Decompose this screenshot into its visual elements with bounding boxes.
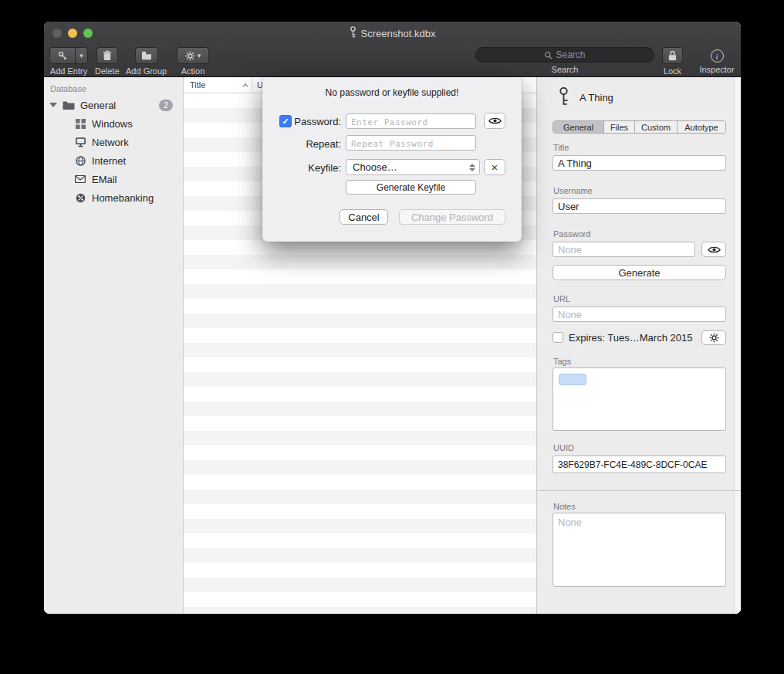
sidebar-item-homebanking[interactable]: Homebanking <box>44 188 183 207</box>
search-group: Search Search <box>475 47 654 74</box>
lock-label: Lock <box>664 66 681 76</box>
generate-password-button[interactable]: Generate <box>553 265 726 280</box>
column-title-label: Title <box>190 80 205 90</box>
window-title: Screenshot.kdbx <box>361 28 436 39</box>
sidebar-item-label: EMail <box>92 174 117 185</box>
tags-field[interactable] <box>553 367 726 431</box>
inspector-toggle-group: i Inspector <box>695 47 738 74</box>
search-icon <box>544 51 553 59</box>
expires-label: Expires: Tues…March 2015 <box>569 332 692 344</box>
sidebar-section-header: Database <box>50 84 183 93</box>
tags-label: Tags <box>553 357 571 366</box>
search-input[interactable]: Search <box>475 47 654 63</box>
sidebar-item-internet[interactable]: Internet <box>44 151 183 170</box>
titlebar: Screenshot.kdbx <box>44 22 741 45</box>
notes-label: Notes <box>553 502 576 511</box>
keyfile-popup[interactable]: Choose… <box>346 159 480 175</box>
zoom-button[interactable] <box>83 29 93 38</box>
disclosure-triangle-icon[interactable] <box>49 103 57 107</box>
sheet-message: No password or keyfile supplied! <box>262 87 522 98</box>
add-entry-label: Add Entry <box>50 66 87 76</box>
action-group: ▾ Action <box>177 47 209 76</box>
tab-general[interactable]: General <box>553 121 604 133</box>
tag-chip[interactable] <box>559 374 586 385</box>
sidebar: Database General 2 Windows Network <box>44 77 184 614</box>
network-icon <box>74 137 86 147</box>
inspector-label: Inspector <box>699 65 734 74</box>
uuid-field[interactable] <box>553 456 726 473</box>
column-header-username[interactable]: U <box>252 80 263 90</box>
sheet-repeat-label: Repeat: <box>293 138 341 150</box>
minimize-button[interactable] <box>68 29 77 38</box>
divider <box>537 490 741 491</box>
action-label: Action <box>181 66 205 76</box>
generate-keyfile-button[interactable]: Generate Keyfile <box>346 180 476 195</box>
url-field[interactable] <box>553 307 726 322</box>
delete-button[interactable] <box>96 47 118 64</box>
entry-title: A Thing <box>580 92 613 103</box>
sheet-repeat-input[interactable] <box>346 135 476 151</box>
add-entry-key-icon <box>50 48 76 63</box>
username-field-label: Username <box>553 186 593 195</box>
sidebar-item-label: Windows <box>92 118 133 130</box>
gear-icon <box>709 333 719 343</box>
traffic-lights <box>52 29 93 38</box>
inspector-scrollbar[interactable] <box>734 77 741 614</box>
action-button[interactable]: ▾ <box>177 47 209 64</box>
change-password-button[interactable]: Change Password <box>399 209 505 225</box>
notes-field[interactable] <box>553 513 726 587</box>
close-button[interactable] <box>52 29 62 38</box>
sheet-password-label: Password: <box>293 116 341 127</box>
clear-keyfile-button[interactable]: × <box>484 159 505 175</box>
uuid-label: UUID <box>553 443 574 452</box>
inspector-panel: A Thing General Files Custom Autotype Ti… <box>536 77 741 614</box>
app-window: Screenshot.kdbx ▾ Add Entry Delete <box>44 22 741 614</box>
password-field[interactable] <box>553 242 695 257</box>
percent-coin-icon <box>74 193 86 203</box>
add-group-group: Add Group <box>126 47 167 76</box>
title-field[interactable] <box>553 155 726 171</box>
column-header-title[interactable]: Title <box>184 77 252 93</box>
inspector-tabs: General Files Custom Autotype <box>553 120 726 134</box>
sheet-reveal-password-button[interactable] <box>484 113 505 129</box>
add-group-label: Add Group <box>126 66 167 76</box>
search-label: Search <box>552 65 579 74</box>
username-field[interactable] <box>553 198 726 214</box>
password-field-label: Password <box>553 229 590 239</box>
add-entry-group: ▾ Add Entry <box>49 47 88 76</box>
expires-checkbox[interactable] <box>553 332 563 343</box>
password-checkbox[interactable]: ✓ <box>279 115 292 127</box>
sort-ascending-icon <box>242 83 248 87</box>
sidebar-item-network[interactable]: Network <box>44 133 183 151</box>
sidebar-item-windows[interactable]: Windows <box>44 114 183 133</box>
reveal-password-button[interactable] <box>701 242 726 257</box>
info-icon[interactable]: i <box>711 49 724 63</box>
sidebar-item-label: Network <box>92 137 129 148</box>
add-entry-button[interactable]: ▾ <box>49 47 88 64</box>
delete-label: Delete <box>95 66 120 76</box>
cancel-button[interactable]: Cancel <box>340 209 388 225</box>
delete-group: Delete <box>95 47 120 76</box>
envelope-icon <box>74 175 86 183</box>
add-group-button[interactable] <box>135 47 158 64</box>
entry-header: A Thing <box>558 86 613 109</box>
sheet-password-input[interactable] <box>346 113 476 129</box>
sidebar-item-label: Homebanking <box>92 192 154 204</box>
tab-autotype[interactable]: Autotype <box>678 121 725 133</box>
document-key-icon <box>350 26 357 40</box>
desktop: Screenshot.kdbx ▾ Add Entry Delete <box>0 0 784 674</box>
tab-custom[interactable]: Custom <box>635 121 678 133</box>
expires-settings-button[interactable] <box>701 330 726 345</box>
popup-stepper-icon <box>469 164 475 171</box>
change-password-sheet: No password or keyfile supplied! ✓ Passw… <box>262 77 522 242</box>
chevron-down-icon: ▾ <box>198 52 201 59</box>
chevron-down-icon[interactable]: ▾ <box>76 48 87 63</box>
sidebar-item-email[interactable]: EMail <box>44 170 183 188</box>
sidebar-item-general[interactable]: General 2 <box>44 96 183 114</box>
search-placeholder: Search <box>556 49 585 60</box>
lock-button[interactable] <box>662 47 683 64</box>
folder-plus-icon <box>141 51 152 60</box>
trash-icon <box>103 50 112 61</box>
title-field-label: Title <box>553 143 569 152</box>
tab-files[interactable]: Files <box>604 121 635 133</box>
